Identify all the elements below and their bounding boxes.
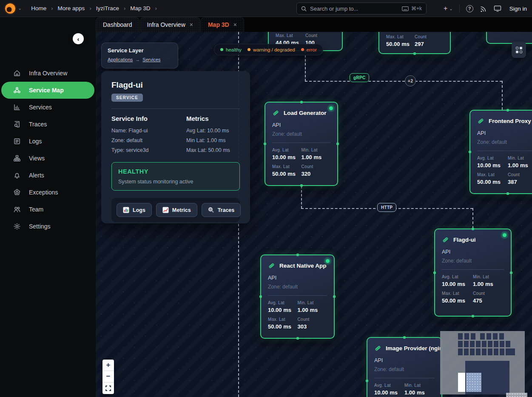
sidebar-item-services[interactable]: Services xyxy=(0,99,96,116)
tab-infra-overview[interactable]: Infra Overview × xyxy=(140,17,200,32)
bug-icon xyxy=(13,189,21,196)
breadcrumb-separator: › xyxy=(155,5,157,11)
legend-warning-label: warning / degraded xyxy=(253,47,295,52)
node-partial-top-2[interactable]: Max. Lat 50.00 ms Count 297 xyxy=(378,32,451,54)
search-shortcut: ⌘+k xyxy=(402,6,422,11)
breadcrumb-separator: › xyxy=(89,5,91,11)
search-box[interactable]: ⌘+k xyxy=(296,3,427,14)
sidebar: ‹ Infra Overview Service Map Services Tr… xyxy=(0,17,96,397)
warning-dot-icon xyxy=(248,48,250,51)
breadcrumb-separator: › xyxy=(51,5,53,11)
node-title: Load Generator xyxy=(284,110,327,116)
divider xyxy=(111,109,240,109)
connector-dot xyxy=(403,336,406,339)
line-chart-icon xyxy=(162,207,169,213)
minimap[interactable] xyxy=(440,331,525,394)
service-map-canvas[interactable]: Max. Lat 44.00 ms Count 100 Max. Lat 50.… xyxy=(96,32,532,397)
sidebar-item-team[interactable]: Team xyxy=(0,201,96,218)
health-status-dot xyxy=(326,259,330,263)
services-link[interactable]: Services xyxy=(142,57,160,62)
node-zone: Zone: default xyxy=(261,281,334,290)
minimap-marker xyxy=(458,373,465,392)
search-icon xyxy=(301,6,307,11)
sidebar-item-exceptions[interactable]: Exceptions xyxy=(0,184,96,201)
sidebar-nav: Infra Overview Service Map Services Trac… xyxy=(0,65,96,235)
sidebar-item-views[interactable]: Views xyxy=(0,150,96,167)
node-partial-top-3[interactable] xyxy=(486,32,532,44)
grafana-logo-icon[interactable] xyxy=(5,3,15,14)
edge-badge-plus2[interactable]: +2 xyxy=(405,75,416,86)
satellite-icon xyxy=(272,109,279,117)
sidebar-item-logs[interactable]: Logs xyxy=(0,133,96,150)
node-type: API xyxy=(367,352,441,363)
node-load-generator[interactable]: Load Generator API Zone: default Avg. La… xyxy=(265,102,338,186)
breadcrumb-iyzitrace[interactable]: IyziTrace xyxy=(96,5,119,11)
node-frontend-proxy[interactable]: Frontend Proxy API Zone: default Avg. La… xyxy=(469,110,532,194)
connector-dot xyxy=(264,143,266,145)
traces-button[interactable]: Traces xyxy=(202,203,241,217)
status-title: HEALTHY xyxy=(118,168,233,175)
breadcrumb-map-3d[interactable]: Map 3D xyxy=(130,5,150,11)
node-title: Flagd-ui xyxy=(453,237,476,243)
service-detail-panel: Flagd-ui SERVICE Service Info Name: Flag… xyxy=(101,71,250,223)
add-button[interactable]: + ⌄ xyxy=(444,5,453,12)
service-type-badge: SERVICE xyxy=(111,94,143,102)
metric-avg: Avg Lat: 10.00 ms xyxy=(186,126,240,136)
tab-dashboard[interactable]: Dashboard xyxy=(96,17,139,32)
info-type: Type: service3d xyxy=(111,146,186,155)
connector-dot xyxy=(472,315,474,317)
health-status-box: HEALTHY System status monitoring active xyxy=(111,162,240,191)
edge-badge-http[interactable]: HTTP xyxy=(377,203,396,212)
node-flagd-ui[interactable]: Flagd-ui API Zone: default Avg. Lat10.00… xyxy=(434,228,512,317)
news-rss-icon[interactable] xyxy=(480,5,487,12)
edge-line xyxy=(305,81,502,82)
health-status-dot xyxy=(503,233,506,237)
breadcrumb-home[interactable]: Home xyxy=(31,5,46,11)
edge-line xyxy=(305,51,306,81)
sidebar-collapse-button[interactable]: ‹ xyxy=(73,33,84,44)
layout-grid-button[interactable] xyxy=(512,42,526,58)
help-icon[interactable]: ? xyxy=(466,5,473,12)
bell-icon xyxy=(13,171,21,179)
keyboard-icon xyxy=(402,6,409,11)
zoom-in-button[interactable]: + xyxy=(102,360,114,371)
breadcrumb-more-apps[interactable]: More apps xyxy=(58,5,85,11)
logs-icon xyxy=(13,137,21,145)
tab-map-3d[interactable]: Map 3D × xyxy=(201,17,244,32)
logo-chevron-icon[interactable]: ⌄ xyxy=(18,6,22,11)
node-type: API xyxy=(470,125,532,136)
trace-search-icon xyxy=(13,120,21,128)
connector-dot xyxy=(300,101,303,103)
zoom-out-button[interactable]: − xyxy=(102,371,114,383)
node-zone: Zone: default xyxy=(470,136,532,145)
applications-link[interactable]: Applications xyxy=(108,57,133,62)
edge-badge-grpc[interactable]: gRPC xyxy=(350,73,369,82)
close-icon[interactable]: × xyxy=(190,21,193,28)
search-input[interactable] xyxy=(310,6,398,12)
connector-dot xyxy=(366,380,368,382)
node-type: API xyxy=(261,269,334,281)
gear-icon xyxy=(13,223,21,230)
monitor-icon[interactable] xyxy=(494,5,501,12)
top-nav: ⌄ Home › More apps › IyziTrace › Map 3D … xyxy=(0,0,532,17)
sidebar-item-alerts[interactable]: Alerts xyxy=(0,167,96,184)
logs-button[interactable]: Logs xyxy=(117,203,152,217)
nav-right-actions: + ⌄ ? Sign in xyxy=(444,0,527,17)
sidebar-item-infra-overview[interactable]: Infra Overview xyxy=(0,65,96,82)
edge-line xyxy=(502,81,503,110)
minimap-viewport[interactable] xyxy=(466,373,481,392)
connector-dot xyxy=(433,271,436,274)
metrics-button[interactable]: Metrics xyxy=(156,203,197,217)
node-zone: Zone: default xyxy=(265,128,337,137)
sidebar-item-traces[interactable]: Traces xyxy=(0,116,96,133)
sign-in-button[interactable]: Sign in xyxy=(509,6,527,12)
hierarchy-icon xyxy=(13,154,21,162)
health-status-dot xyxy=(329,106,333,110)
breadcrumb: Home › More apps › IyziTrace › Map 3D › xyxy=(31,5,157,11)
fit-view-button[interactable] xyxy=(102,383,114,394)
close-icon[interactable]: × xyxy=(233,21,237,28)
sidebar-item-service-map[interactable]: Service Map xyxy=(1,82,94,99)
node-react-native-app[interactable]: React Native App API Zone: default Avg. … xyxy=(260,254,335,339)
sidebar-item-settings[interactable]: Settings xyxy=(0,218,96,235)
node-image-provider[interactable]: Image Provider (nginx) API Zone: default… xyxy=(367,337,442,397)
